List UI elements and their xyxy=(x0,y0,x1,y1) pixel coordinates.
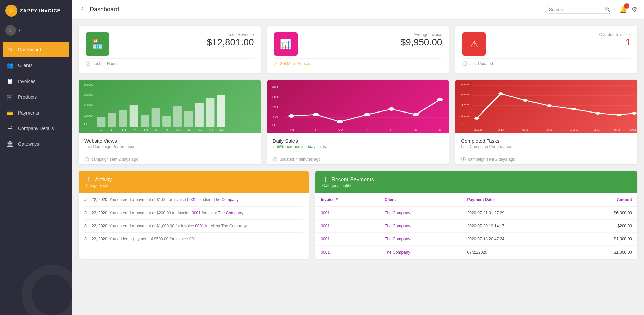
overdue-value: 1 xyxy=(599,37,631,48)
sidebar-item-invoices[interactable]: 📋 Invoices xyxy=(0,73,72,89)
invoice-number[interactable]: 0001 xyxy=(315,233,379,246)
sidebar-item-products[interactable]: 🛒 Products xyxy=(0,89,72,105)
content-area: 🏪 Total Revenue $12,801.00 🕐 Last 24 Hou… xyxy=(72,19,644,315)
chart-website-views: 800 600 400 200 0 xyxy=(79,80,261,164)
website-views-chart: 800 600 400 200 0 xyxy=(79,80,261,133)
search-icon: 🔍 xyxy=(605,7,610,12)
line-chart-svg-red: 800 600 400 200 0 xyxy=(455,80,637,133)
chart-icon: 📊 xyxy=(280,39,291,50)
sidebar: ⚡ ZAPPY INVOICE ☺ ▾ ⊙ Dashboard 👥 Client… xyxy=(0,0,72,315)
client-link[interactable]: The Company xyxy=(213,197,238,202)
sidebar-nav: ⊙ Dashboard 👥 Clients 📋 Invoices 🛒 Produ… xyxy=(0,42,72,152)
average-value: $9,950.00 xyxy=(400,37,442,48)
sidebar-item-clients[interactable]: 👥 Clients xyxy=(0,57,72,73)
revenue-footer: 🕐 Last 24 Hours xyxy=(86,58,254,66)
daily-sales-title: Daily Sales xyxy=(273,138,444,144)
svg-point-66 xyxy=(595,112,600,115)
revenue-label: Total Revenue xyxy=(207,32,254,37)
svg-rect-10 xyxy=(152,108,160,127)
svg-point-65 xyxy=(571,108,576,110)
user-name: ▾ xyxy=(19,28,21,33)
payment-amount: $1,000.00 xyxy=(572,233,637,246)
revenue-value: $12,801.00 xyxy=(207,37,254,48)
svg-point-61 xyxy=(474,117,479,120)
svg-text:9a: 9a xyxy=(630,128,636,131)
svg-point-63 xyxy=(523,99,528,102)
svg-text:N: N xyxy=(209,128,213,131)
sidebar-item-company-details[interactable]: 🏛 Company Details xyxy=(0,121,72,136)
payments-subtitle: Category subtitle xyxy=(322,183,631,188)
svg-text:12p: 12p xyxy=(570,128,579,131)
svg-point-40 xyxy=(337,120,343,123)
svg-text:0: 0 xyxy=(84,122,87,126)
completed-tasks-footer: 🕐 campaign sent 2 days ago xyxy=(455,154,637,164)
recent-payments-card: ❕ Recent Payments Category subtitle Invo… xyxy=(315,171,637,259)
payment-date: 07/22/2020 xyxy=(462,246,572,259)
svg-text:400: 400 xyxy=(461,104,470,107)
svg-text:J: J xyxy=(100,128,103,131)
svg-text:200: 200 xyxy=(84,114,93,117)
overdue-text: Overdue Invoices 1 xyxy=(599,32,631,48)
activity-exclaim-icon: ❕ xyxy=(86,176,92,183)
sidebar-item-dashboard[interactable]: ⊙ Dashboard xyxy=(3,42,69,57)
daily-sales-chart: 40 30 20 10 0 xyxy=(267,80,449,133)
client-name[interactable]: The Company xyxy=(379,220,462,233)
svg-text:T: T xyxy=(314,128,317,131)
table-row: 0001 The Company 07/22/2020 $1,000.00 xyxy=(315,246,637,259)
bar-chart-svg: 800 600 400 200 0 xyxy=(79,80,261,133)
completed-tasks-title: Completed Tasks xyxy=(461,138,632,144)
svg-text:6p: 6p xyxy=(522,128,528,131)
average-footer-text: Get More Space... xyxy=(280,61,312,66)
notification-button[interactable]: 🔔 5 xyxy=(619,5,627,13)
invoice-number[interactable]: 0001 xyxy=(315,207,379,220)
svg-text:F: F xyxy=(389,128,393,131)
chart-daily-sales: 40 30 20 10 0 xyxy=(267,80,449,164)
svg-text:A: A xyxy=(176,128,180,131)
clock-icon: 🕐 xyxy=(86,61,91,66)
sidebar-item-gateways[interactable]: 🏦 Gateways xyxy=(0,136,72,152)
alert-icon: ⚠ xyxy=(470,39,478,50)
svg-rect-16 xyxy=(217,95,225,127)
stat-card-top: ⚠ Overdue Invoices 1 xyxy=(462,32,631,56)
dashboard-icon: ⊙ xyxy=(7,46,13,53)
svg-text:W: W xyxy=(338,128,343,131)
settings-icon[interactable]: ⚙ xyxy=(631,5,637,13)
col-client: Client xyxy=(379,193,462,207)
svg-text:F: F xyxy=(111,128,114,131)
sidebar-item-payments[interactable]: 💳 Payments xyxy=(0,105,72,121)
table-row: 0001 The Company 2020-07-18 20:47:24 $1,… xyxy=(315,233,637,246)
invoice-number[interactable]: 0001 xyxy=(315,220,379,233)
payments-header: ❕ Recent Payments Category subtitle xyxy=(315,171,637,193)
invoice-link[interactable]: 0001 xyxy=(195,224,204,228)
search-input[interactable] xyxy=(549,7,603,12)
table-row: 0001 The Company 2020-07-20 19:14:17 $20… xyxy=(315,220,637,233)
sidebar-item-label: Dashboard xyxy=(18,47,41,52)
stat-card-overdue: ⚠ Overdue Invoices 1 🕐 Just Updated xyxy=(455,26,637,73)
invoice-link[interactable]: 0001 xyxy=(187,197,196,202)
svg-rect-6 xyxy=(108,113,116,127)
client-name[interactable]: The Company xyxy=(379,233,462,246)
payments-table: Invoice # Client Payment Date Amount 000… xyxy=(315,193,637,259)
daily-sales-footer: 🕐 updated 4 minutes ago xyxy=(267,154,449,164)
payments-icon: 💳 xyxy=(7,109,13,116)
completed-tasks-subtitle: Last Campaign Performance xyxy=(461,144,632,149)
app-name: ZAPPY INVOICE xyxy=(20,8,61,13)
svg-text:S: S xyxy=(438,128,442,131)
svg-point-38 xyxy=(288,114,294,118)
client-name[interactable]: The Company xyxy=(379,246,462,259)
invoice-number[interactable]: 0001 xyxy=(315,246,379,259)
menu-dots[interactable]: ⋮ xyxy=(79,5,86,13)
svg-text:M: M xyxy=(122,128,126,131)
user-profile[interactable]: ☺ ▾ xyxy=(0,21,72,39)
stat-card-top: 🏪 Total Revenue $12,801.00 xyxy=(86,32,254,56)
client-name[interactable]: The Company xyxy=(379,207,462,220)
revenue-icon-box: 🏪 xyxy=(86,32,109,56)
payment-amount: $6,000.00 xyxy=(572,207,637,220)
invoices-icon: 📋 xyxy=(7,78,13,84)
bottom-row: ❕ Activity Category subtitle Jul, 22, 20… xyxy=(79,171,637,259)
sidebar-item-label: Products xyxy=(18,94,37,100)
client-link[interactable]: The Company xyxy=(218,211,243,215)
payment-date: 2020-07-20 19:14:17 xyxy=(462,220,572,233)
clock-icon-2: 🕐 xyxy=(462,61,467,66)
invoice-link[interactable]: 0001 xyxy=(192,211,201,215)
